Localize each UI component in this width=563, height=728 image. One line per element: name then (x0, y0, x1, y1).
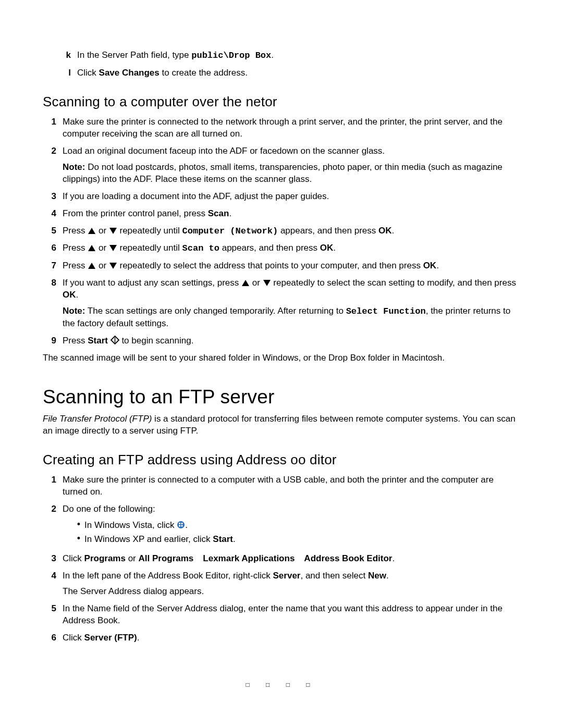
note-text: Do not load postcards, photos, small ite… (63, 162, 503, 184)
text: or (126, 553, 139, 563)
text: appears, and then press (219, 243, 320, 253)
bold-text: OK (320, 243, 334, 253)
list-item: 8 If you want to adjust any scan setting… (43, 277, 520, 330)
list-item: • In Windows Vista, click . (73, 520, 520, 532)
list-marker: 1 (43, 116, 63, 128)
arrow-up-icon (88, 244, 96, 252)
paragraph: The scanned image will be sent to your s… (43, 352, 520, 364)
text: or (99, 243, 109, 253)
list-marker: 3 (43, 553, 63, 565)
list-item: 6 Click Server (FTP). (43, 632, 520, 644)
text: to create the address. (160, 68, 248, 78)
list-item: 9 Press Start to begin scanning. (43, 335, 520, 347)
text: repeatedly to select the scan setting to… (273, 278, 516, 288)
numbered-list: 1 Make sure the printer is connected to … (43, 116, 520, 347)
text: Click (63, 633, 84, 643)
text: If you are loading a document into the A… (63, 191, 520, 203)
text: repeatedly until (120, 226, 182, 236)
list-item: 7 Press or repeatedly to select the addr… (43, 260, 520, 272)
svg-rect-13 (179, 525, 180, 526)
bold-text: OK (63, 290, 76, 300)
list-item: 1 Make sure the printer is connected to … (43, 116, 520, 140)
bold-text: All Programs (139, 553, 194, 563)
list-body: Press or repeatedly to select the addres… (63, 260, 520, 272)
windows-logo-icon (177, 521, 185, 529)
section-heading: Scanning to an FTP server (43, 384, 520, 410)
list-body: If you want to adjust any scan settings,… (63, 277, 520, 330)
list-body: Make sure the printer is connected to th… (63, 116, 520, 140)
svg-marker-5 (109, 263, 117, 269)
list-body: Load an original document faceup into th… (63, 145, 520, 186)
list-item: • In Windows XP and earlier, click Start… (73, 534, 520, 546)
bold-text: Server (273, 571, 301, 581)
text: . (233, 534, 236, 544)
list-body: Click Server (FTP). (63, 632, 520, 644)
list-body: Make sure the printer is connected to a … (63, 474, 520, 498)
list-body: In the left pane of the Address Book Edi… (63, 570, 520, 598)
code-text: Select Function (346, 306, 426, 316)
list-marker: l (57, 67, 77, 79)
text: . (185, 520, 188, 530)
list-marker: 2 (43, 145, 63, 157)
list-marker: 7 (43, 260, 63, 272)
code-text: public\Drop Box (191, 51, 271, 60)
arrow-up-icon (88, 262, 96, 269)
text: or (99, 261, 109, 270)
section-heading: Scanning to a computer over the netor (43, 93, 520, 111)
list-item: 6 Press or repeatedly until Scan to appe… (43, 242, 520, 255)
text: If you want to adjust any scan settings,… (63, 278, 241, 288)
list-body: If you are loading a document into the A… (63, 191, 520, 203)
arrow-down-icon (263, 279, 271, 287)
list-item: 3 If you are loading a document into the… (43, 191, 520, 203)
text: . (392, 553, 395, 563)
paragraph: File Transfer Protocol (FTP) is a standa… (43, 413, 520, 437)
text: Make sure the printer is connected to th… (63, 116, 520, 140)
list-item: 4 From the printer control panel, press … (43, 208, 520, 220)
text: The Server Address dialog appears. (63, 586, 520, 598)
text: Click (63, 553, 84, 563)
text: . (386, 571, 389, 581)
arrow-up-icon (88, 227, 96, 235)
list-item: 2 Do one of the following: • In Windows … (43, 503, 520, 548)
text: Press (63, 226, 88, 236)
text: repeatedly to select the address that po… (120, 261, 423, 270)
document-page: k In the Server Path field, type public\… (0, 0, 563, 728)
note-label: Note: (63, 162, 85, 172)
text: In the Name field of the Server Address … (63, 603, 520, 627)
bold-text: Programs (84, 553, 126, 563)
bold-text: Lexmark Applications (203, 553, 295, 563)
list-marker: 4 (43, 570, 63, 582)
svg-rect-14 (181, 525, 183, 526)
list-item: 3 Click Programs or All ProgramsLexmark … (43, 553, 520, 565)
list-body: Click Save Changes to create the address… (77, 67, 520, 79)
bullet-icon: • (73, 534, 84, 544)
list-item: 4 In the left pane of the Address Book E… (43, 570, 520, 598)
text: From the printer control panel, press (63, 208, 208, 218)
list-item: 5 Press or repeatedly until Computer (Ne… (43, 225, 520, 238)
list-item: 5 In the Name field of the Server Addres… (43, 603, 520, 627)
text: In Windows Vista, click (84, 520, 177, 530)
arrow-down-icon (109, 227, 117, 235)
list-marker: 8 (43, 277, 63, 289)
text: , and then select (300, 571, 368, 581)
svg-rect-11 (179, 523, 180, 524)
text: Press (63, 261, 88, 270)
text: to begin scanning. (121, 336, 193, 346)
text: In the Server Path field, type (77, 50, 191, 60)
list-marker: 9 (43, 335, 63, 347)
text: . (333, 243, 336, 253)
bold-text: Start (88, 336, 108, 346)
code-text: Scan to (182, 243, 219, 253)
list-body: Press Start to begin scanning. (63, 335, 520, 347)
list-marker: 6 (43, 242, 63, 254)
note-text: The scan settings are only changed tempo… (85, 306, 346, 316)
bold-text: Scan (208, 208, 229, 218)
svg-marker-3 (109, 245, 117, 251)
text: Press (63, 243, 88, 253)
start-diamond-icon (111, 336, 119, 344)
svg-rect-12 (181, 523, 183, 524)
list-body: Click Programs or All ProgramsLexmark Ap… (63, 553, 520, 565)
bold-text: OK (423, 261, 437, 270)
list-body: Press or repeatedly until Scan to appear… (63, 242, 520, 255)
svg-marker-4 (88, 263, 95, 269)
